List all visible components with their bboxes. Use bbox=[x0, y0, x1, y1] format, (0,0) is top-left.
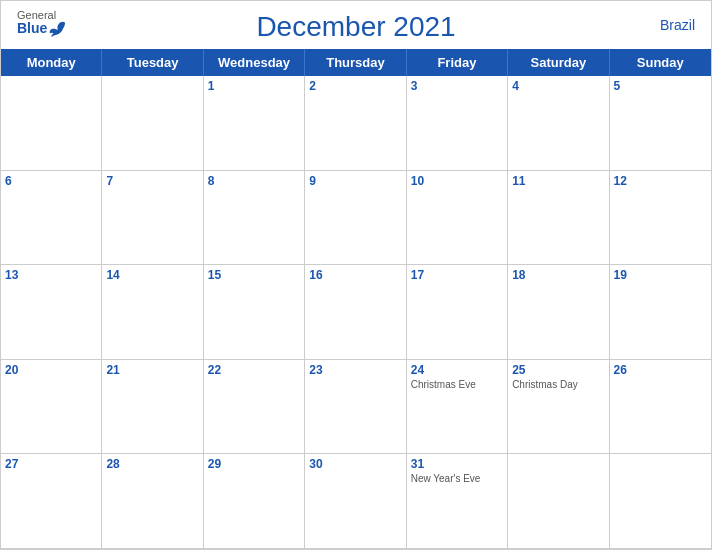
country-label: Brazil bbox=[660, 17, 695, 33]
date-number: 14 bbox=[106, 268, 198, 282]
calendar-cell: 23 bbox=[305, 360, 406, 455]
date-number: 26 bbox=[614, 363, 707, 377]
calendar-cell: 18 bbox=[508, 265, 609, 360]
date-number: 6 bbox=[5, 174, 97, 188]
date-number: 17 bbox=[411, 268, 503, 282]
calendar-cell: 26 bbox=[610, 360, 711, 455]
calendar-cell: 27 bbox=[1, 454, 102, 549]
calendar-cell: 30 bbox=[305, 454, 406, 549]
calendar-cell: 17 bbox=[407, 265, 508, 360]
date-number: 11 bbox=[512, 174, 604, 188]
date-number: 16 bbox=[309, 268, 401, 282]
day-header-wednesday: Wednesday bbox=[204, 49, 305, 76]
date-number: 15 bbox=[208, 268, 300, 282]
calendar-cell: 2 bbox=[305, 76, 406, 171]
day-header-friday: Friday bbox=[407, 49, 508, 76]
day-header-saturday: Saturday bbox=[508, 49, 609, 76]
date-number: 8 bbox=[208, 174, 300, 188]
calendar-cell bbox=[102, 76, 203, 171]
date-number: 23 bbox=[309, 363, 401, 377]
date-number: 4 bbox=[512, 79, 604, 93]
logo: General Blue bbox=[17, 9, 67, 37]
date-number: 27 bbox=[5, 457, 97, 471]
calendar-cell: 15 bbox=[204, 265, 305, 360]
date-number: 18 bbox=[512, 268, 604, 282]
date-number: 21 bbox=[106, 363, 198, 377]
calendar-cell: 16 bbox=[305, 265, 406, 360]
date-number: 12 bbox=[614, 174, 707, 188]
date-number: 30 bbox=[309, 457, 401, 471]
logo-blue-text: Blue bbox=[17, 21, 67, 37]
calendar-title: December 2021 bbox=[256, 11, 455, 43]
calendar-cell: 4 bbox=[508, 76, 609, 171]
date-number: 7 bbox=[106, 174, 198, 188]
calendar-cell: 22 bbox=[204, 360, 305, 455]
calendar-cell: 31New Year's Eve bbox=[407, 454, 508, 549]
calendar-cell: 28 bbox=[102, 454, 203, 549]
calendar: General Blue December 2021 Brazil Monday… bbox=[0, 0, 712, 550]
date-number: 1 bbox=[208, 79, 300, 93]
date-number: 20 bbox=[5, 363, 97, 377]
logo-general-text: General bbox=[17, 9, 56, 21]
calendar-cell: 11 bbox=[508, 171, 609, 266]
date-number: 24 bbox=[411, 363, 503, 377]
date-number: 2 bbox=[309, 79, 401, 93]
day-header-thursday: Thursday bbox=[305, 49, 406, 76]
calendar-cell bbox=[508, 454, 609, 549]
calendar-cell: 1 bbox=[204, 76, 305, 171]
date-number: 25 bbox=[512, 363, 604, 377]
date-number: 28 bbox=[106, 457, 198, 471]
calendar-cell: 29 bbox=[204, 454, 305, 549]
calendar-cell: 8 bbox=[204, 171, 305, 266]
calendar-header: General Blue December 2021 Brazil bbox=[1, 1, 711, 49]
calendar-cell: 6 bbox=[1, 171, 102, 266]
date-number: 22 bbox=[208, 363, 300, 377]
day-header-tuesday: Tuesday bbox=[102, 49, 203, 76]
calendar-cell: 20 bbox=[1, 360, 102, 455]
date-number: 29 bbox=[208, 457, 300, 471]
calendar-cell bbox=[1, 76, 102, 171]
calendar-cell: 9 bbox=[305, 171, 406, 266]
day-header-monday: Monday bbox=[1, 49, 102, 76]
calendar-cell: 12 bbox=[610, 171, 711, 266]
date-number: 19 bbox=[614, 268, 707, 282]
holiday-name: New Year's Eve bbox=[411, 473, 503, 484]
calendar-cell: 13 bbox=[1, 265, 102, 360]
holiday-name: Christmas Day bbox=[512, 379, 604, 390]
calendar-cell: 25Christmas Day bbox=[508, 360, 609, 455]
logo-bird-icon bbox=[49, 21, 67, 37]
day-header-sunday: Sunday bbox=[610, 49, 711, 76]
day-headers-row: MondayTuesdayWednesdayThursdayFridaySatu… bbox=[1, 49, 711, 76]
holiday-name: Christmas Eve bbox=[411, 379, 503, 390]
calendar-cell: 21 bbox=[102, 360, 203, 455]
date-number: 5 bbox=[614, 79, 707, 93]
calendar-cell: 5 bbox=[610, 76, 711, 171]
calendar-cell bbox=[610, 454, 711, 549]
date-number: 3 bbox=[411, 79, 503, 93]
date-number: 9 bbox=[309, 174, 401, 188]
date-number: 31 bbox=[411, 457, 503, 471]
date-number: 13 bbox=[5, 268, 97, 282]
calendar-cell: 3 bbox=[407, 76, 508, 171]
calendar-cell: 24Christmas Eve bbox=[407, 360, 508, 455]
calendar-cell: 7 bbox=[102, 171, 203, 266]
calendar-cell: 19 bbox=[610, 265, 711, 360]
calendar-grid: 123456789101112131415161718192021222324C… bbox=[1, 76, 711, 549]
calendar-cell: 14 bbox=[102, 265, 203, 360]
calendar-cell: 10 bbox=[407, 171, 508, 266]
date-number: 10 bbox=[411, 174, 503, 188]
